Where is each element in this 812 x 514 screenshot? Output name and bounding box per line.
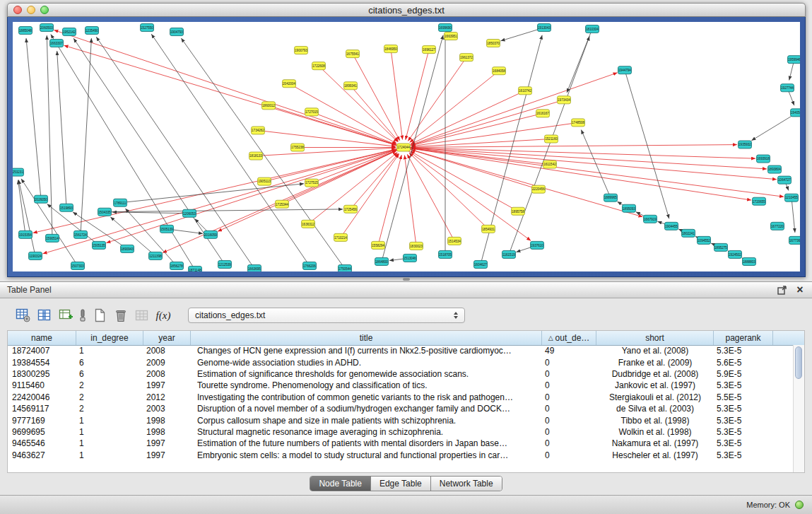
graph-node[interactable]: 1973434 bbox=[558, 96, 571, 104]
graph-node[interactable]: 1064727 bbox=[778, 176, 792, 184]
graph-node[interactable]: 1959946 bbox=[788, 56, 801, 64]
column-header-title[interactable]: title bbox=[191, 331, 542, 345]
tab-node-table[interactable]: Node Table bbox=[310, 477, 371, 491]
table-selector-dropdown[interactable]: citations_edges.txt bbox=[188, 308, 465, 323]
graph-node[interactable]: 1235490 bbox=[86, 27, 99, 35]
graph-node[interactable]: 1755238 bbox=[291, 144, 305, 151]
delete-rows-button[interactable] bbox=[110, 305, 131, 325]
new-row-button[interactable] bbox=[89, 305, 110, 325]
graph-node[interactable]: 1663951 bbox=[445, 33, 458, 40]
graph-node[interactable]: 1725344 bbox=[276, 200, 289, 208]
graph-node[interactable]: 1905113 bbox=[258, 177, 271, 185]
graph-node[interactable]: 1724044 bbox=[397, 144, 411, 151]
graph-node[interactable]: 1558294 bbox=[372, 241, 385, 249]
graph-node[interactable]: 1889965 bbox=[604, 194, 618, 201]
graph-node[interactable]: 1850370 bbox=[487, 40, 500, 47]
graph-node[interactable]: 1604627 bbox=[474, 260, 488, 268]
graph-node[interactable]: 1253231 bbox=[13, 168, 24, 176]
graph-node[interactable]: 1899341 bbox=[344, 82, 358, 90]
close-window-button[interactable] bbox=[13, 6, 22, 14]
graph-node[interactable]: 1636312 bbox=[302, 220, 315, 228]
column-header-year[interactable]: year bbox=[143, 331, 191, 345]
table-mode-button[interactable] bbox=[13, 305, 34, 325]
graph-node[interactable]: 1527550 bbox=[141, 24, 154, 32]
table-vertical-scrollbar[interactable] bbox=[793, 345, 804, 472]
table-row[interactable]: 2242004622012Investigating the contribut… bbox=[8, 392, 804, 403]
graph-node[interactable]: 1519893 bbox=[60, 204, 73, 211]
graph-node[interactable]: 1094552 bbox=[698, 236, 711, 244]
graph-node[interactable]: 1854931 bbox=[482, 225, 495, 233]
graph-node[interactable]: 1505135 bbox=[93, 241, 106, 249]
graph-node[interactable]: 2026050 bbox=[35, 195, 48, 203]
column-header-short[interactable]: short bbox=[596, 331, 714, 345]
graph-node[interactable]: 1860012 bbox=[262, 102, 276, 110]
graph-node[interactable]: 1913043 bbox=[538, 24, 551, 32]
graph-node[interactable]: 1611542 bbox=[543, 160, 557, 168]
table-row[interactable]: 946362711997Embryonic stem cells: a mode… bbox=[8, 450, 804, 461]
graph-node[interactable]: 1663307 bbox=[50, 40, 64, 47]
graph-node[interactable]: 1937610 bbox=[531, 241, 544, 249]
graph-node[interactable]: 1846950 bbox=[384, 45, 398, 53]
graph-node[interactable]: 1677365 bbox=[789, 236, 801, 244]
graph-node[interactable]: 1210455 bbox=[785, 194, 799, 201]
graph-node[interactable]: 1895275 bbox=[714, 243, 728, 251]
graph-node[interactable]: 1504335 bbox=[98, 208, 112, 216]
graph-node[interactable]: 2042004 bbox=[283, 80, 296, 88]
graph-node[interactable]: 1616167 bbox=[536, 110, 550, 117]
graph-node[interactable]: 1895093 bbox=[623, 204, 636, 212]
zoom-window-button[interactable] bbox=[40, 6, 49, 14]
graph-node[interactable]: 1507303 bbox=[71, 262, 85, 269]
graph-node[interactable]: 1610742 bbox=[519, 87, 532, 95]
graph-node[interactable]: 1940541 bbox=[791, 109, 801, 117]
table-row[interactable]: 969969511998Structural magnetic resonanc… bbox=[8, 426, 804, 438]
graph-node[interactable]: 1802241 bbox=[682, 229, 695, 237]
tab-network-table[interactable]: Network Table bbox=[431, 477, 502, 491]
network-canvas[interactable]: 1724044155829417102141636312172534419051… bbox=[13, 22, 800, 271]
graph-node[interactable]: 1720655 bbox=[753, 197, 766, 205]
graph-node[interactable]: 1888803 bbox=[743, 257, 756, 265]
close-panel-icon[interactable]: × bbox=[795, 285, 805, 295]
graph-node[interactable]: 1211398 bbox=[149, 252, 163, 259]
graph-node[interactable]: 1893804 bbox=[768, 165, 782, 173]
show-columns-button[interactable] bbox=[34, 305, 55, 325]
graph-node[interactable]: 1935932 bbox=[739, 141, 752, 148]
graph-node[interactable]: 1590514 bbox=[46, 234, 59, 242]
edit-columns-button[interactable] bbox=[55, 305, 76, 325]
graph-node[interactable]: 1895758 bbox=[512, 207, 525, 215]
column-header-out_de[interactable]: △out_de… bbox=[542, 331, 596, 345]
graph-node[interactable]: 1952142 bbox=[63, 28, 76, 36]
graph-node[interactable]: 1190324 bbox=[29, 252, 42, 259]
graph-node[interactable]: 1696127 bbox=[423, 46, 436, 54]
network-window-titlebar[interactable]: citations_edges.txt bbox=[7, 3, 806, 17]
graph-node[interactable]: 1693918 bbox=[757, 155, 770, 163]
tab-edge-table[interactable]: Edge Table bbox=[371, 477, 431, 491]
graph-node[interactable]: 1830023 bbox=[410, 242, 423, 250]
graph-node[interactable]: 1734262 bbox=[252, 127, 265, 134]
table-row[interactable]: 977716911998Corpus callosum shape and si… bbox=[8, 414, 804, 426]
graph-node[interactable]: 1725456 bbox=[344, 205, 358, 213]
function-builder-button[interactable]: f(x) bbox=[153, 305, 174, 325]
graph-node[interactable]: 1561724 bbox=[74, 230, 88, 238]
graph-node[interactable]: 1748508 bbox=[572, 119, 585, 127]
graph-node[interactable]: 1927744 bbox=[781, 84, 794, 92]
graph-node[interactable]: 1961372 bbox=[460, 54, 473, 62]
graph-node[interactable]: 1818133 bbox=[249, 152, 263, 160]
graph-node[interactable]: 1864800 bbox=[375, 257, 389, 265]
graph-node[interactable]: 2016059 bbox=[204, 230, 218, 238]
graph-node[interactable]: 1161519 bbox=[502, 250, 516, 258]
graph-node[interactable]: 1904455 bbox=[665, 222, 678, 230]
graph-node[interactable]: 2220456 bbox=[532, 185, 546, 193]
column-header-name[interactable]: name bbox=[8, 331, 76, 345]
graph-node[interactable]: 1675541 bbox=[346, 50, 360, 58]
graph-node[interactable]: 1518705 bbox=[439, 250, 452, 258]
table-row[interactable]: 1872400712008Changes of HCN gene express… bbox=[8, 345, 804, 356]
minimize-window-button[interactable] bbox=[27, 6, 35, 14]
graph-node[interactable]: 1677220 bbox=[771, 222, 784, 230]
graph-node[interactable]: 1663695 bbox=[248, 264, 261, 271]
graph-node[interactable]: 1900793 bbox=[295, 47, 308, 54]
column-header-in_degree[interactable]: in_degree bbox=[76, 331, 143, 345]
table-row[interactable]: 911546021997Tourette syndrome. Phenomeno… bbox=[8, 380, 804, 391]
graph-node[interactable]: 1871148 bbox=[189, 266, 202, 271]
graph-node[interactable]: 1750544 bbox=[339, 264, 352, 271]
graph-node[interactable]: 1856278 bbox=[170, 262, 184, 269]
